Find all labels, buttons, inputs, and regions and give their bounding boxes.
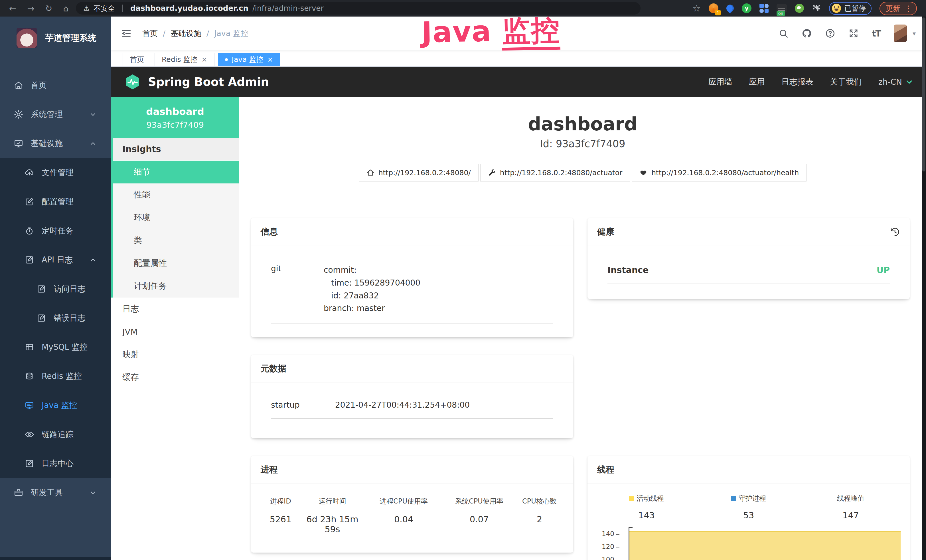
extensions-puzzle-icon[interactable] — [812, 4, 821, 13]
extension-grid-icon[interactable] — [760, 4, 769, 13]
page-scrollbar[interactable] — [922, 17, 926, 560]
extension-orange-icon[interactable]: 1 — [709, 3, 719, 13]
sba-item-jvm[interactable]: JVM — [111, 320, 239, 343]
sba-item-details[interactable]: 细节 — [113, 160, 239, 183]
sba-item-config-props[interactable]: 配置属性 — [113, 252, 239, 275]
process-col-value: 0.07 — [444, 515, 514, 524]
chevron-up-icon — [89, 256, 97, 263]
health-url-button[interactable]: http://192.168.0.2:48080/actuator/health — [632, 164, 806, 182]
sidebar-item-scheduled-jobs[interactable]: 定时任务 — [0, 216, 111, 245]
collapse-sidebar-icon[interactable] — [121, 28, 132, 39]
bookmark-star-icon[interactable]: ☆ — [692, 3, 701, 14]
extension-y-icon[interactable]: y — [742, 3, 752, 13]
help-icon[interactable] — [825, 28, 835, 38]
sidebar-item-system[interactable]: 系统管理 — [0, 100, 111, 129]
sidebar-item-label: MySQL 监控 — [42, 342, 88, 353]
breadcrumb-separator: / — [206, 29, 209, 38]
sba-item-scheduled-tasks[interactable]: 计划任务 — [113, 275, 239, 298]
sba-item-logs[interactable]: 日志 — [111, 298, 239, 320]
sba-main: dashboard Id: 93a3fc7f7409 http://192.16… — [239, 97, 926, 560]
sidebar-item-error-logs[interactable]: 错误日志 — [0, 304, 111, 333]
sba-nav-wallboard[interactable]: 应用墙 — [708, 76, 732, 87]
back-icon[interactable]: ← — [9, 3, 16, 14]
sidebar-item-label: 首页 — [31, 80, 47, 91]
sba-item-mappings[interactable]: 映射 — [111, 343, 239, 366]
monitor-chart-icon — [14, 139, 23, 148]
log-edit-icon — [36, 313, 46, 323]
tab-close-icon[interactable]: × — [267, 56, 273, 64]
sba-nav-about[interactable]: 关于我们 — [830, 76, 862, 87]
locale-selector[interactable]: zh-CN — [878, 77, 914, 87]
tab-home[interactable]: 首页 — [123, 53, 151, 66]
service-url-button[interactable]: http://192.168.0.2:48080/ — [359, 164, 478, 182]
search-icon[interactable] — [778, 28, 788, 38]
breadcrumb-current: Java 监控 — [214, 28, 248, 38]
service-url-label: http://192.168.0.2:48080/ — [378, 169, 471, 177]
sidebar-item-config-management[interactable]: 配置管理 — [0, 187, 111, 216]
process-col-value: 5261 — [265, 515, 296, 524]
sidebar-item-log-center[interactable]: 日志中心 — [0, 449, 111, 478]
chart-plot-area — [629, 527, 900, 560]
extension-pin-icon[interactable] — [725, 3, 735, 14]
sba-app-header[interactable]: dashboard 93a3fc7f7409 — [111, 97, 239, 138]
tab-close-icon[interactable]: × — [201, 56, 207, 64]
info-key: git — [271, 264, 324, 315]
health-url-label: http://192.168.0.2:48080/actuator/health — [651, 169, 799, 177]
forward-icon[interactable]: → — [27, 3, 34, 14]
sidebar-item-file-management[interactable]: 文件管理 — [0, 158, 111, 187]
app-logo-row[interactable]: 芋道管理系统 — [0, 17, 111, 59]
extension-list-icon[interactable]: on — [776, 4, 787, 12]
sidebar-item-tracing[interactable]: 链路追踪 — [0, 420, 111, 449]
git-id-line: id: 27aa832 — [324, 289, 421, 303]
instance-label[interactable]: Instance — [607, 265, 649, 275]
sidebar-item-label: 研发工具 — [31, 487, 63, 498]
breadcrumb-home[interactable]: 首页 — [142, 28, 158, 38]
tab-redis-monitor[interactable]: Redis 监控 × — [154, 53, 215, 66]
home-icon[interactable]: ⌂ — [63, 3, 68, 14]
timer-icon — [24, 226, 34, 236]
sba-item-metrics[interactable]: 性能 — [113, 183, 239, 206]
info-card-title: 信息 — [261, 226, 278, 238]
history-icon[interactable] — [890, 227, 900, 237]
sidebar-item-api-logs[interactable]: API 日志 — [0, 245, 111, 274]
heart-icon — [639, 169, 648, 177]
user-avatar[interactable] — [894, 24, 907, 42]
row-divider — [271, 324, 553, 324]
browser-menu-icon[interactable]: ⋮ — [905, 4, 912, 13]
sba-item-classes[interactable]: 类 — [113, 229, 239, 252]
metadata-card-title: 元数据 — [261, 363, 286, 375]
sidebar-item-home[interactable]: 首页 — [0, 71, 111, 100]
chrome-update-button[interactable]: 更新 ⋮ — [879, 2, 917, 15]
tab-java-monitor[interactable]: Java 监控 × — [218, 53, 280, 66]
sba-nav-journal[interactable]: 日志报表 — [781, 76, 813, 87]
github-icon[interactable] — [802, 28, 812, 38]
actuator-url-button[interactable]: http://192.168.0.2:48080/actuator — [480, 164, 630, 182]
sidebar-item-java-monitor[interactable]: Java 监控 — [0, 391, 111, 420]
legend-label: 活动线程 — [637, 494, 664, 503]
sidebar-item-redis-monitor[interactable]: Redis 监控 — [0, 362, 111, 391]
process-card: 进程 进程ID 5261 运行时间 6d 23h 15m 59s — [251, 456, 573, 552]
sba-nav-applications[interactable]: 应用 — [749, 76, 765, 87]
profile-paused-chip[interactable]: 已暂停 — [829, 2, 872, 15]
live-threads-legend: 活动线程 — [629, 494, 664, 503]
sba-sidebar: dashboard 93a3fc7f7409 Insights 细节 性能 环境… — [111, 97, 239, 560]
sidebar-item-infrastructure[interactable]: 基础设施 — [0, 129, 111, 158]
scrollbar-thumb[interactable] — [922, 17, 925, 171]
health-card: 健康 Instance UP — [587, 218, 910, 299]
daemon-threads-legend: 守护进程 — [731, 494, 766, 503]
breadcrumb-infrastructure[interactable]: 基础设施 — [171, 28, 201, 38]
sba-item-environment[interactable]: 环境 — [113, 206, 239, 229]
extension-badge: 1 — [715, 10, 721, 15]
avatar-caret-icon[interactable]: ▾ — [912, 30, 916, 37]
fullscreen-icon[interactable] — [849, 28, 859, 38]
font-size-icon[interactable]: tT — [872, 29, 881, 38]
sidebar-item-mysql-monitor[interactable]: MySQL 监控 — [0, 333, 111, 362]
daemon-threads-value: 53 — [698, 510, 800, 520]
chevron-down-icon — [89, 111, 97, 118]
extension-bird-icon[interactable] — [795, 4, 804, 13]
sba-item-caches[interactable]: 缓存 — [111, 366, 239, 389]
sidebar-item-access-logs[interactable]: 访问日志 — [0, 274, 111, 304]
sidebar-item-dev-tools[interactable]: 研发工具 — [0, 478, 111, 507]
reload-icon[interactable]: ↻ — [45, 3, 52, 14]
sidebar-item-label: 链路追踪 — [42, 429, 74, 440]
